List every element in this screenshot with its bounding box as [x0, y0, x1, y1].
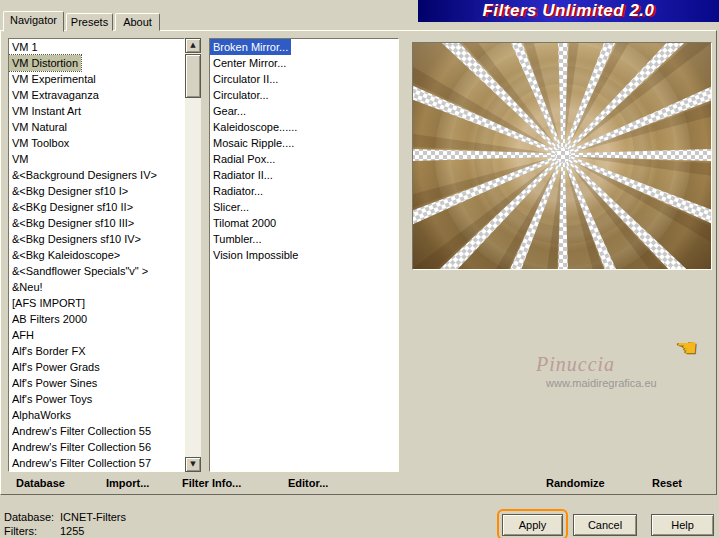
navigator-item[interactable]: Andrew's Filter Collection 56: [9, 439, 184, 455]
navigator-item[interactable]: [AFS IMPORT]: [9, 295, 184, 311]
filter-item[interactable]: Radiator...: [210, 183, 398, 199]
navigator-item[interactable]: VM Natural: [9, 119, 184, 135]
navigator-item[interactable]: &<Bkg Designer sf10 III>: [9, 215, 184, 231]
status-filters-value: 1255: [60, 525, 84, 537]
navigator-item[interactable]: Alf's Power Toys: [9, 391, 184, 407]
filter-item[interactable]: Tilomat 2000: [210, 215, 398, 231]
navigator-item[interactable]: VM Instant Art: [9, 103, 184, 119]
navigator-item[interactable]: AFH: [9, 327, 184, 343]
navigator-item[interactable]: &<Bkg Designers sf10 IV>: [9, 231, 184, 247]
status-filters-label: Filters:: [4, 525, 37, 537]
tab-navigator[interactable]: Navigator: [3, 11, 64, 32]
filter-item[interactable]: Center Mirror...: [210, 55, 398, 71]
navigator-item[interactable]: &Neu!: [9, 279, 184, 295]
navigator-item[interactable]: &<Sandflower Specials"v" >: [9, 263, 184, 279]
navigator-item[interactable]: Alf's Border FX: [9, 343, 184, 359]
navigator-item[interactable]: AlphaWorks: [9, 407, 184, 423]
status-database-value: ICNET-Filters: [60, 511, 126, 523]
navigator-item[interactable]: Alf's Power Sines: [9, 375, 184, 391]
filter-list: Broken Mirror... Center Mirror... Circul…: [209, 38, 399, 472]
help-button[interactable]: Help: [651, 514, 714, 536]
preview-image: [413, 43, 711, 269]
navigator-item[interactable]: &<Bkg Kaleidoscope>: [9, 247, 184, 263]
status-database-label: Database:: [4, 511, 54, 523]
randomize-button[interactable]: Randomize: [546, 477, 605, 492]
filter-item[interactable]: Circulator...: [210, 87, 398, 103]
scroll-up-icon[interactable]: ▲: [185, 38, 201, 53]
scrollbar-thumb[interactable]: [185, 54, 201, 98]
filter-item[interactable]: Slicer...: [210, 199, 398, 215]
navigator-category-list: VM 1 VM Distortion VM Experimental VM Ex…: [8, 38, 185, 472]
tab-about[interactable]: About: [115, 13, 160, 31]
cancel-button[interactable]: Cancel: [573, 514, 637, 536]
navigator-item[interactable]: AB Filters 2000: [9, 311, 184, 327]
navigator-item[interactable]: &<BKg Designer sf10 II>: [9, 199, 184, 215]
tab-presets[interactable]: Presets: [66, 13, 113, 31]
import-button[interactable]: Import...: [106, 477, 149, 492]
filter-item[interactable]: Radiator II...: [210, 167, 398, 183]
filter-item[interactable]: Mosaic Ripple....: [210, 135, 398, 151]
filter-item[interactable]: Gear...: [210, 103, 398, 119]
reset-button[interactable]: Reset: [652, 477, 682, 492]
navigator-item[interactable]: VM: [9, 151, 184, 167]
filter-item[interactable]: Vision Impossible: [210, 247, 398, 263]
navigator-item-selected[interactable]: VM Distortion: [9, 55, 81, 71]
navigator-item[interactable]: Andrew's Filter Collection 55: [9, 423, 184, 439]
filter-info-button[interactable]: Filter Info...: [182, 477, 241, 492]
editor-button[interactable]: Editor...: [288, 477, 328, 492]
navigator-item[interactable]: VM Toolbox: [9, 135, 184, 151]
navigator-item[interactable]: VM 1: [9, 39, 184, 55]
scroll-down-icon[interactable]: ▼: [185, 457, 201, 472]
navigator-item[interactable]: VM Extravaganza: [9, 87, 184, 103]
navigator-scrollbar[interactable]: ▲ ▼: [185, 38, 201, 472]
database-button[interactable]: Database: [16, 477, 65, 492]
apply-button[interactable]: Apply: [502, 514, 563, 536]
filter-item[interactable]: Tumbler...: [210, 231, 398, 247]
app-title-banner: Filters Unlimited 2.0: [418, 0, 719, 22]
filters-unlimited-dialog: { "banner": { "title": "Filters Unlimite…: [0, 0, 719, 538]
navigator-item[interactable]: &<Bkg Designer sf10 I>: [9, 183, 184, 199]
filter-preview: [412, 42, 712, 270]
filter-item[interactable]: Radial Pox...: [210, 151, 398, 167]
navigator-item[interactable]: Andrew's Filter Collection 57: [9, 455, 184, 471]
filter-item[interactable]: Kaleidoscope......: [210, 119, 398, 135]
filter-item[interactable]: Circulator II...: [210, 71, 398, 87]
navigator-item[interactable]: &<Background Designers IV>: [9, 167, 184, 183]
filter-item-selected[interactable]: Broken Mirror...: [210, 39, 291, 55]
navigator-item[interactable]: VM Experimental: [9, 71, 184, 87]
navigator-item[interactable]: Alf's Power Grads: [9, 359, 184, 375]
